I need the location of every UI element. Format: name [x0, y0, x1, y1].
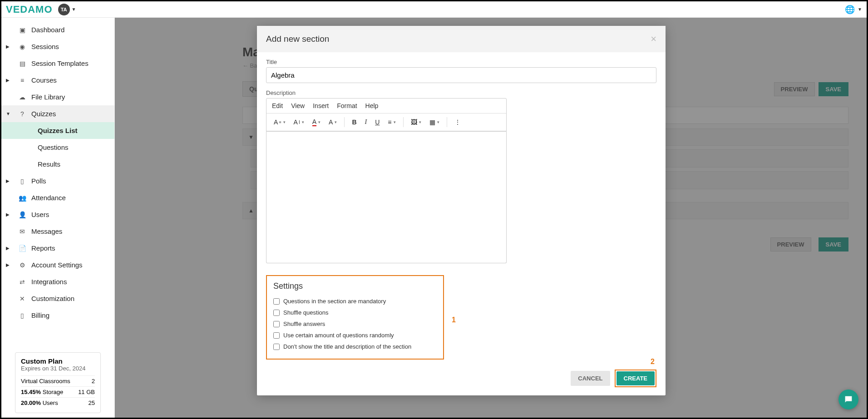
templates-icon: ▤: [19, 60, 26, 67]
checkbox[interactable]: [273, 310, 280, 316]
add-section-modal: Add new section × Title Description Edit…: [257, 26, 666, 395]
sidebar-label: Polls: [31, 177, 46, 185]
sidebar-label: Messages: [31, 227, 62, 235]
sidebar-label: Quizzes: [31, 110, 56, 118]
sidebar-label: File Library: [31, 93, 65, 101]
sidebar-item-reports[interactable]: ▶ 📄 Reports: [1, 240, 114, 256]
checkbox[interactable]: [273, 298, 280, 305]
checkbox[interactable]: [273, 321, 280, 327]
sidebar-item-attendance[interactable]: 👥 Attendance: [1, 189, 114, 206]
sidebar-item-session-templates[interactable]: ▤ Session Templates: [1, 55, 114, 72]
modal-header: Add new section ×: [257, 26, 666, 52]
create-button[interactable]: CREATE: [616, 371, 655, 385]
setting-random-amount[interactable]: Use certain amount of questions randomly: [273, 330, 437, 341]
title-label: Title: [266, 59, 656, 65]
separator: [447, 117, 447, 127]
font-family-icon[interactable]: A≡▾: [271, 117, 288, 128]
sidebar-label: Users: [31, 211, 49, 218]
modal-title: Add new section: [266, 34, 329, 44]
setting-shuffle-answers[interactable]: Shuffle answers: [273, 318, 437, 330]
sidebar-label: Session Templates: [31, 59, 89, 67]
plan-card: Custom Plan Expires on 31 Dec, 2024 Virt…: [15, 352, 101, 413]
sidebar-item-messages[interactable]: ✉ Messages: [1, 223, 114, 240]
help-chat-icon[interactable]: [838, 389, 858, 409]
highlight-icon[interactable]: A▾: [326, 117, 340, 128]
sidebar-item-customization[interactable]: ✕ Customization: [1, 290, 114, 307]
text-color-icon[interactable]: A▾: [310, 116, 323, 128]
italic-icon[interactable]: I: [362, 117, 370, 128]
sidebar-item-account-settings[interactable]: ▶ ⚙ Account Settings: [1, 256, 114, 273]
sidebar-label: Dashboard: [31, 26, 64, 34]
caret-icon: ▶: [6, 178, 10, 183]
billing-icon: ▯: [19, 312, 26, 319]
sidebar-item-quizzes[interactable]: ▼ ? Quizzes: [1, 105, 114, 122]
plan-row: 20.00% Users 25: [21, 397, 95, 408]
sidebar-label: Customization: [31, 295, 74, 302]
annotation-2: 2: [651, 358, 655, 366]
setting-shuffle-questions[interactable]: Shuffle questions: [273, 307, 437, 318]
section-title-input[interactable]: [266, 67, 656, 83]
plan-expiry: Expires on 31 Dec, 2024: [21, 365, 95, 372]
image-icon[interactable]: 🖼▾: [408, 117, 424, 128]
courses-icon: ≡: [19, 77, 26, 84]
sidebar-item-integrations[interactable]: ⇄ Integrations: [1, 273, 114, 290]
font-size-icon[interactable]: AI▾: [291, 117, 307, 128]
sidebar-label: Integrations: [31, 278, 67, 286]
plan-row: 15.45% Storage 11 GB: [21, 386, 95, 397]
sidebar-subitem-results[interactable]: Results: [1, 156, 114, 173]
setting-mandatory[interactable]: Questions in the section are mandatory: [273, 296, 437, 307]
sidebar-item-courses[interactable]: ▶ ≡ Courses: [1, 72, 114, 89]
sidebar-label: Billing: [31, 311, 49, 319]
underline-icon[interactable]: U: [372, 117, 382, 128]
avatar[interactable]: TA: [58, 4, 70, 15]
sidebar-item-polls[interactable]: ▶ ▯ Polls: [1, 173, 114, 189]
sidebar-item-users[interactable]: ▶ 👤 Users: [1, 206, 114, 223]
sidebar-subitem-questions[interactable]: Questions: [1, 139, 114, 156]
topbar: VEDAMO TA ▼ 🌐 ▼: [1, 1, 867, 18]
close-icon[interactable]: ×: [651, 33, 656, 45]
customization-icon: ✕: [19, 295, 26, 302]
attendance-icon: 👥: [19, 194, 26, 202]
sidebar-item-sessions[interactable]: ▶ ◉ Sessions: [1, 38, 114, 55]
caret-icon: ▶: [6, 212, 10, 217]
sidebar-item-billing[interactable]: ▯ Billing: [1, 307, 114, 324]
sidebar-label: Sessions: [31, 43, 59, 50]
plan-title: Custom Plan: [21, 357, 95, 365]
caret-icon: ▶: [6, 44, 10, 49]
description-editor[interactable]: [266, 132, 507, 263]
sidebar-label: Courses: [31, 76, 57, 84]
menu-format[interactable]: Format: [337, 102, 357, 109]
logo: VEDAMO: [6, 4, 53, 15]
caret-icon: ▶: [6, 262, 10, 267]
more-icon[interactable]: ⋮: [452, 117, 464, 128]
table-icon[interactable]: ▦▾: [427, 117, 442, 128]
sidebar-item-dashboard[interactable]: ▣ Dashboard: [1, 21, 114, 38]
integrations-icon: ⇄: [19, 278, 26, 286]
caret-icon: ▶: [6, 78, 10, 83]
setting-hide-title[interactable]: Don't show the title and description of …: [273, 341, 437, 352]
checkbox[interactable]: [273, 344, 280, 350]
polls-icon: ▯: [19, 177, 26, 185]
lang-caret-icon[interactable]: ▼: [858, 7, 862, 12]
menu-insert[interactable]: Insert: [313, 102, 329, 109]
menu-help[interactable]: Help: [365, 102, 379, 109]
caret-icon: ▶: [6, 246, 10, 251]
editor-menubar-toolbar: Edit View Insert Format Help A≡▾ AI▾ A▾ …: [266, 98, 507, 132]
bold-icon[interactable]: B: [349, 117, 359, 128]
sidebar-item-file-library[interactable]: ☁ File Library: [1, 89, 114, 105]
menu-view[interactable]: View: [291, 102, 305, 109]
sidebar-subitem-quizzes-list[interactable]: Quizzes List: [1, 122, 114, 139]
avatar-caret-icon[interactable]: ▼: [72, 7, 76, 12]
plan-row: Virtual Classrooms 2: [21, 375, 95, 386]
globe-icon[interactable]: 🌐: [845, 5, 855, 15]
separator: [344, 117, 345, 127]
reports-icon: 📄: [19, 245, 26, 252]
checkbox[interactable]: [273, 332, 280, 339]
menu-edit[interactable]: Edit: [272, 102, 283, 109]
annotation-1: 1: [452, 316, 456, 324]
cancel-button[interactable]: CANCEL: [571, 371, 610, 386]
dashboard-icon: ▣: [19, 26, 26, 34]
settings-title: Settings: [273, 281, 437, 291]
align-icon[interactable]: ≡▾: [385, 117, 398, 128]
create-button-highlight: CREATE: [615, 370, 656, 387]
